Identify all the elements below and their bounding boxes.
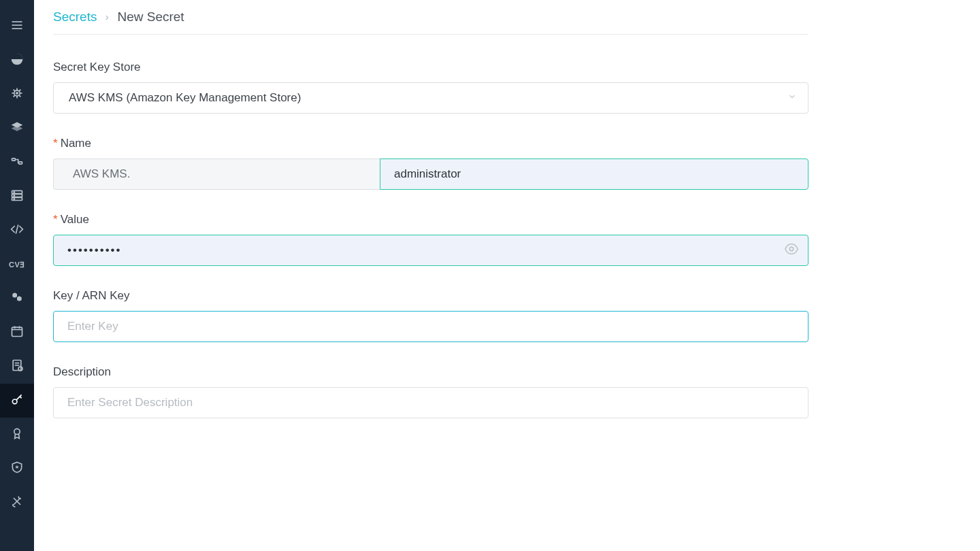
value-input[interactable] [53,235,808,266]
label-description: Description [53,365,808,379]
layers-icon [10,120,24,137]
svg-line-11 [14,95,15,97]
pipeline-icon [10,154,24,171]
required-marker: * [53,213,58,226]
svg-marker-24 [12,293,17,298]
svg-point-20 [14,192,14,193]
tools-icon [10,495,24,511]
sidebar-item-layers[interactable] [0,112,34,146]
svg-line-10 [19,95,20,97]
field-key: Key / ARN Key [53,289,808,342]
sidebar-item-report[interactable] [0,350,34,384]
svg-rect-15 [12,158,16,161]
breadcrumb: Secrets New Secret [53,0,808,35]
svg-line-42 [20,397,21,399]
svg-point-4 [16,93,18,95]
sidebar-item-pipeline[interactable] [0,146,34,180]
name-prefix: AWS KMS. [53,158,380,190]
svg-point-21 [14,195,14,196]
ship-wheel-icon [10,86,24,103]
sidebar-item-dashboard[interactable] [0,44,34,78]
sidebar-item-modules[interactable] [0,282,34,316]
sidebar-item-cve[interactable]: CVƎ [0,248,34,282]
pie-chart-icon [10,52,24,69]
svg-line-23 [16,224,18,233]
field-name: *Name AWS KMS. [53,137,808,190]
breadcrumb-current: New Secret [117,10,184,24]
sidebar-item-security[interactable] [0,452,34,486]
sidebar-item-tools[interactable] [0,486,34,520]
svg-rect-16 [19,162,22,164]
svg-point-40 [12,399,17,404]
svg-point-3 [14,90,20,96]
svg-point-45 [789,247,794,251]
field-value: *Value [53,213,808,266]
svg-marker-25 [17,296,22,301]
svg-rect-26 [12,327,22,336]
chevron-down-icon [787,91,797,105]
svg-line-9 [14,90,15,91]
sidebar-item-badge[interactable] [0,418,34,452]
sidebar: CVƎ [0,0,34,551]
key-store-select[interactable]: AWS KMS (Amazon Key Management Store) [53,82,808,114]
modules-icon [10,290,24,307]
svg-marker-14 [12,126,23,131]
secret-form: Secret Key Store AWS KMS (Amazon Key Man… [53,35,808,418]
servers-icon [10,188,24,205]
svg-point-22 [14,199,14,199]
key-store-value: AWS KMS (Amazon Key Management Store) [69,91,301,105]
label-key: Key / ARN Key [53,289,808,303]
code-icon [10,222,24,239]
field-description: Description [53,365,808,418]
sidebar-item-calendar[interactable] [0,316,34,350]
calendar-icon [10,324,24,341]
sidebar-item-secrets[interactable] [0,384,34,418]
eye-icon[interactable] [784,241,799,259]
sidebar-item-servers[interactable] [0,180,34,214]
field-key-store: Secret Key Store AWS KMS (Amazon Key Man… [53,61,808,114]
chevron-right-icon [103,10,110,24]
required-marker: * [53,137,58,150]
svg-point-43 [14,429,20,434]
menu-icon [10,18,24,35]
label-key-store: Secret Key Store [53,61,808,74]
svg-line-12 [19,90,20,91]
shield-icon [10,461,24,477]
name-input-group: AWS KMS. [53,158,808,190]
key-input[interactable] [53,311,808,342]
label-name: *Name [53,137,808,150]
main-content: Secrets New Secret Secret Key Store AWS … [34,0,980,551]
badge-icon [10,427,24,443]
sidebar-item-code[interactable] [0,214,34,248]
key-icon [10,393,24,409]
name-input[interactable] [380,158,808,190]
report-icon [10,358,24,375]
cve-icon: CVƎ [9,261,25,269]
description-input[interactable] [53,387,808,418]
label-value: *Value [53,213,808,227]
sidebar-item-wheel[interactable] [0,78,34,112]
svg-marker-44 [15,465,19,469]
sidebar-item-menu[interactable] [0,10,34,44]
breadcrumb-root-link[interactable]: Secrets [53,10,97,24]
